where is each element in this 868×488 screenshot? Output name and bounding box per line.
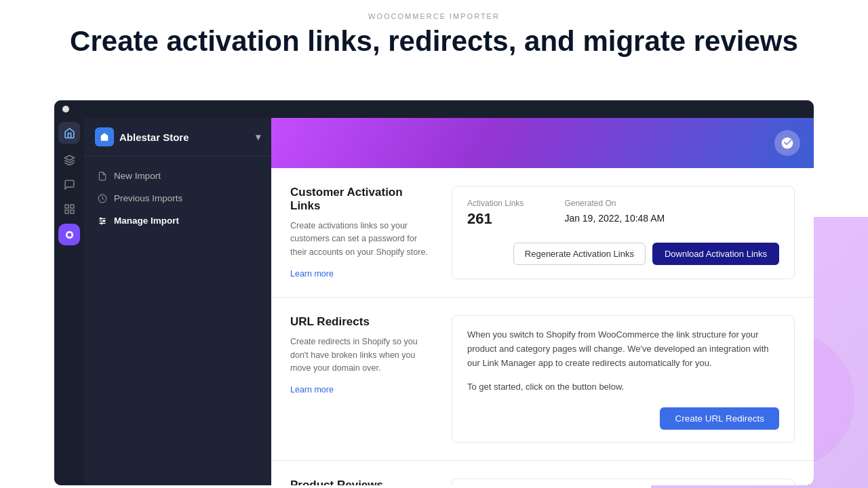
svg-rect-2 xyxy=(70,205,73,208)
main-content: Customer Activation Links Create activat… xyxy=(271,118,814,485)
url-redirects-section: URL Redirects Create redirects in Shopif… xyxy=(271,298,814,461)
svg-rect-3 xyxy=(65,209,68,213)
activation-links-desc: Create activations links so your custome… xyxy=(290,220,433,259)
download-activation-button[interactable]: Download Activation Links xyxy=(652,243,779,265)
store-name: Ablestar Store xyxy=(119,131,189,143)
create-url-redirects-button[interactable]: Create URL Redirects xyxy=(660,407,779,430)
sidebar-icon-app[interactable] xyxy=(58,224,80,245)
regenerate-activation-button[interactable]: Regenerate Activation Links xyxy=(513,243,646,265)
activation-count-label: Activation Links xyxy=(467,199,524,208)
activation-count: Activation Links 261 xyxy=(467,199,524,228)
nav-label-previous-imports: Previous Imports xyxy=(114,193,182,203)
activation-links-title: Customer Activation Links xyxy=(290,186,433,213)
url-redirects-body2: To get started, click on the button belo… xyxy=(467,380,779,394)
svg-point-13 xyxy=(101,222,102,224)
page-header: WOOCOMMERCE IMPORTER Create activation l… xyxy=(0,0,868,64)
store-chevron: ▾ xyxy=(256,131,260,142)
url-redirects-body1: When you switch to Shopify from WooComme… xyxy=(467,328,779,370)
activation-links-learn-more[interactable]: Learn more xyxy=(290,269,334,279)
svg-rect-1 xyxy=(65,205,68,208)
sidebar-icon-store[interactable] xyxy=(58,122,80,144)
product-reviews-right: We can only export reviews stored within… xyxy=(452,479,795,485)
nav-label-new-import: New Import xyxy=(114,171,161,181)
product-reviews-left: Product Reviews Export your WooCommerce … xyxy=(290,479,433,485)
svg-point-6 xyxy=(67,232,71,237)
window-close-dot xyxy=(62,106,69,113)
nav-item-previous-imports[interactable]: Previous Imports xyxy=(90,187,266,209)
product-reviews-section: Product Reviews Export your WooCommerce … xyxy=(271,461,814,485)
nav-items: New Import Previous Imports Manag xyxy=(84,157,271,240)
icon-sidebar xyxy=(54,118,84,485)
url-redirects-learn-more[interactable]: Learn more xyxy=(290,385,334,394)
generated-on-value: Jan 19, 2022, 10:48 AM xyxy=(564,210,665,224)
svg-rect-4 xyxy=(70,209,73,213)
url-redirects-title: URL Redirects xyxy=(290,315,433,329)
clock-icon xyxy=(98,194,107,203)
sidebar-icon-message[interactable] xyxy=(58,174,80,195)
url-redirects-left: URL Redirects Create redirects in Shopif… xyxy=(290,315,433,443)
activation-links-left: Customer Activation Links Create activat… xyxy=(290,186,433,279)
nav-arrow-button[interactable] xyxy=(774,130,800,156)
activation-count-value: 261 xyxy=(467,210,524,228)
generated-on: Generated On Jan 19, 2022, 10:48 AM xyxy=(564,199,665,228)
store-selector[interactable]: Ablestar Store ▾ xyxy=(84,118,271,157)
nav-item-new-import[interactable]: New Import xyxy=(90,165,266,187)
activation-links-section: Customer Activation Links Create activat… xyxy=(271,168,814,298)
app-window: Ablestar Store ▾ New Import xyxy=(54,100,814,485)
nav-label-manage-import: Manage Import xyxy=(114,216,179,226)
svg-point-11 xyxy=(100,218,102,219)
page-subtitle: WOOCOMMERCE IMPORTER xyxy=(0,12,868,20)
header-banner xyxy=(271,118,814,168)
content-area[interactable]: Customer Activation Links Create activat… xyxy=(271,168,814,485)
sliders-icon xyxy=(98,216,107,226)
nav-item-manage-import[interactable]: Manage Import xyxy=(90,209,266,232)
sidebar-nav: Ablestar Store ▾ New Import xyxy=(84,118,271,485)
sidebar-icon-analytics[interactable] xyxy=(58,198,80,220)
page-title: Create activation links, redirects, and … xyxy=(0,26,868,57)
file-icon xyxy=(98,171,107,181)
svg-marker-0 xyxy=(64,155,74,160)
activation-links-right: Activation Links 261 Generated On Jan 19… xyxy=(452,186,795,279)
svg-point-12 xyxy=(103,220,104,221)
generated-on-label: Generated On xyxy=(564,199,665,208)
sidebar-icon-layers[interactable] xyxy=(58,149,80,171)
window-titlebar xyxy=(54,100,814,118)
product-reviews-title: Product Reviews xyxy=(290,479,433,485)
url-redirects-desc: Create redirects in Shopify so you don't… xyxy=(290,336,433,375)
url-redirects-right: When you switch to Shopify from WooComme… xyxy=(452,315,795,443)
